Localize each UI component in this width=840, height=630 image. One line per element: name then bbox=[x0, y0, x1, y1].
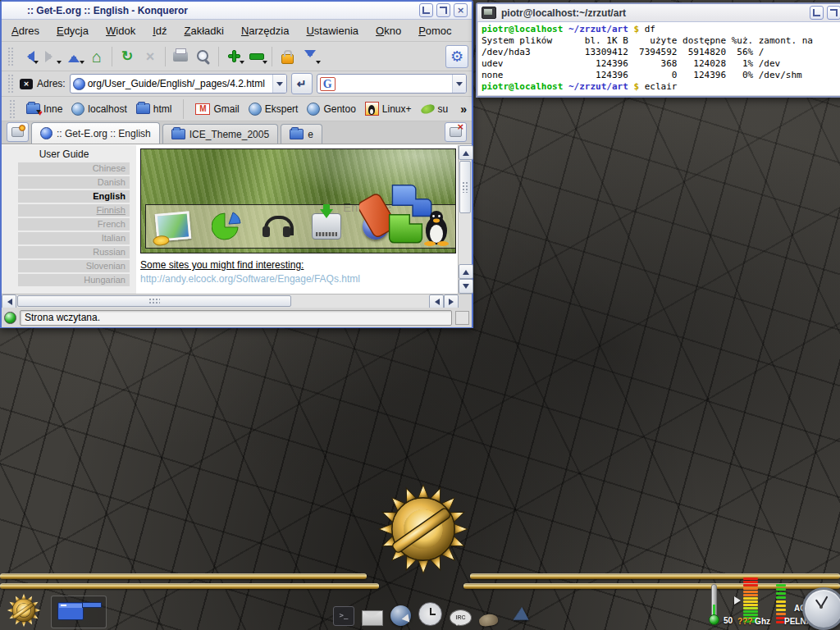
vertical-scroll-track[interactable] bbox=[459, 214, 472, 264]
konqueror-titlebar[interactable]: :: Get-E.org :: English - Konqueror × bbox=[2, 2, 472, 20]
search-input[interactable]: G bbox=[317, 74, 467, 94]
scrollbar-corner bbox=[459, 294, 472, 308]
horizontal-scrollbar[interactable] bbox=[2, 294, 472, 308]
scroll-up-button[interactable] bbox=[459, 145, 473, 160]
menu-narzedzia[interactable]: Narzędzia bbox=[241, 25, 290, 37]
menu-ustawienia[interactable]: Ustawienia bbox=[306, 25, 358, 37]
vertical-scrollbar[interactable] bbox=[458, 145, 472, 294]
page-content: Entangle bbox=[136, 145, 458, 294]
menu-okno[interactable]: Okno bbox=[376, 25, 401, 37]
menu-adres[interactable]: Adres bbox=[11, 25, 39, 37]
download-icon[interactable] bbox=[299, 46, 321, 67]
tab-e[interactable]: e bbox=[281, 124, 322, 144]
scroll-down-button[interactable] bbox=[459, 279, 473, 294]
download-drive-icon bbox=[312, 213, 341, 240]
analog-clock[interactable] bbox=[802, 587, 840, 630]
up-icon[interactable] bbox=[63, 46, 84, 67]
print-icon[interactable] bbox=[170, 46, 191, 67]
menu-pomoc[interactable]: Pomoc bbox=[418, 25, 451, 37]
new-tab-button[interactable] bbox=[7, 122, 29, 142]
address-dropdown-button[interactable] bbox=[272, 75, 286, 93]
addressbar-grip[interactable] bbox=[7, 74, 13, 94]
bookmark-gmail[interactable]: Gmail bbox=[195, 103, 239, 115]
sidebar-item-french[interactable]: French bbox=[18, 218, 130, 231]
browser-launcher-icon[interactable] bbox=[390, 605, 411, 626]
maximize-button[interactable] bbox=[827, 6, 840, 20]
chat-launcher-icon[interactable] bbox=[450, 609, 472, 626]
go-button[interactable] bbox=[291, 73, 313, 94]
sound-launcher-icon[interactable] bbox=[503, 607, 528, 630]
toolbar-grip[interactable] bbox=[7, 47, 13, 66]
pager-window-terminal[interactable] bbox=[82, 602, 102, 608]
sidebar-item-chinese[interactable]: Chinese bbox=[18, 162, 130, 175]
close-button[interactable]: × bbox=[454, 3, 468, 17]
forward-icon[interactable] bbox=[40, 46, 62, 67]
scroll-up-button-bottom[interactable] bbox=[459, 264, 473, 279]
sidebar-item-italian[interactable]: Italian bbox=[18, 232, 130, 244]
sidebar-item-english[interactable]: English bbox=[18, 190, 130, 203]
chevron-left-icon bbox=[431, 299, 440, 305]
bookmark-separator bbox=[183, 99, 184, 119]
mail-launcher-icon[interactable] bbox=[362, 610, 383, 626]
sidebar-item-danish[interactable]: Danish bbox=[18, 176, 130, 189]
menu-widok[interactable]: Widok bbox=[106, 25, 135, 37]
address-input[interactable]: org/User_Guide/English/_pages/4.2.html bbox=[70, 74, 287, 94]
resize-grip[interactable] bbox=[455, 311, 469, 325]
faq-link[interactable]: http://andy.elcock.org/Software/Engage/F… bbox=[140, 273, 456, 285]
clear-address-icon[interactable] bbox=[20, 79, 33, 89]
terminal-launcher-icon[interactable] bbox=[333, 606, 354, 626]
prompt-line: piotr@localhost ~/zrzut/art $ eclair bbox=[482, 81, 840, 93]
stop-icon[interactable]: × bbox=[139, 46, 161, 67]
menu-idz[interactable]: Idź bbox=[153, 25, 167, 37]
sites-heading[interactable]: Some sites you might find interesting: bbox=[140, 259, 456, 271]
minimize-icon bbox=[813, 9, 820, 16]
address-value[interactable]: org/User_Guide/English/_pages/4.2.html bbox=[88, 78, 272, 89]
start-menu-sun-logo[interactable] bbox=[7, 593, 41, 628]
terminal-titlebar[interactable]: piotr@localhost:~/zrzut/art bbox=[477, 4, 840, 22]
sidebar-item-slovenian[interactable]: Slovenian bbox=[18, 260, 130, 272]
home-icon[interactable]: ⌂ bbox=[86, 46, 107, 67]
clock-launcher-icon[interactable] bbox=[418, 602, 442, 626]
find-icon[interactable] bbox=[193, 46, 214, 67]
sidebar-item-russian[interactable]: Russian bbox=[18, 246, 130, 258]
mouse-critter-launcher-icon[interactable] bbox=[478, 613, 499, 627]
bookmark-overflow-chevron[interactable]: » bbox=[460, 103, 467, 116]
menu-edycja[interactable]: Edycja bbox=[57, 25, 89, 37]
zoom-in-icon[interactable] bbox=[223, 46, 244, 67]
bookmark-inne[interactable]: Inne bbox=[26, 103, 62, 115]
horizontal-scroll-thumb[interactable] bbox=[17, 295, 291, 307]
reload-icon[interactable]: ↻ bbox=[116, 46, 138, 67]
tab-ice-theme-2005[interactable]: ICE_Theme_2005 bbox=[162, 124, 278, 144]
menu-zakladki[interactable]: Zakładki bbox=[185, 25, 224, 37]
back-icon[interactable] bbox=[17, 46, 39, 67]
sidebar-item-finnish[interactable]: Finnish bbox=[18, 204, 130, 217]
search-dropdown-button[interactable] bbox=[452, 75, 466, 93]
pager-window-konqueror[interactable] bbox=[57, 602, 84, 620]
close-tab-icon bbox=[450, 127, 462, 137]
security-lock-icon[interactable] bbox=[276, 46, 298, 67]
language-sidebar: User Guide Chinese Danish English Finnis… bbox=[2, 145, 136, 294]
sidebar-item-hungarian[interactable]: Hungarian bbox=[18, 274, 130, 286]
bookmark-linuxplus[interactable]: Linux+ bbox=[365, 102, 412, 116]
bookmark-localhost[interactable]: localhost bbox=[71, 103, 126, 116]
close-tab-button[interactable] bbox=[445, 122, 467, 142]
minimize-button[interactable] bbox=[810, 6, 824, 20]
gold-stripe bbox=[470, 573, 840, 579]
chevron-up-icon bbox=[463, 148, 469, 156]
vertical-scroll-thumb[interactable] bbox=[459, 161, 471, 213]
bookmarkbar-grip[interactable] bbox=[9, 99, 15, 119]
desktop-pager[interactable] bbox=[51, 596, 107, 628]
bookmark-gentoo[interactable]: Gentoo bbox=[307, 103, 355, 116]
konqueror-gear-icon[interactable]: ⚙ bbox=[445, 45, 468, 68]
maximize-button[interactable] bbox=[436, 3, 450, 17]
zoom-out-icon[interactable] bbox=[246, 46, 267, 67]
bookmark-html[interactable]: html bbox=[136, 103, 172, 115]
tab-get-e-org[interactable]: :: Get-E.org :: English bbox=[31, 122, 160, 144]
menubar: Adres Edycja Widok Idź Zakładki Narzędzi… bbox=[2, 20, 472, 42]
minimize-button[interactable] bbox=[419, 3, 433, 17]
terminal-output[interactable]: piotr@localhost ~/zrzut/art $ df System … bbox=[478, 22, 840, 95]
bookmark-ekspert[interactable]: Ekspert bbox=[249, 103, 299, 116]
bookmark-su[interactable]: su bbox=[421, 103, 449, 115]
horizontal-scroll-track[interactable] bbox=[291, 294, 429, 308]
folder-icon bbox=[136, 103, 150, 114]
